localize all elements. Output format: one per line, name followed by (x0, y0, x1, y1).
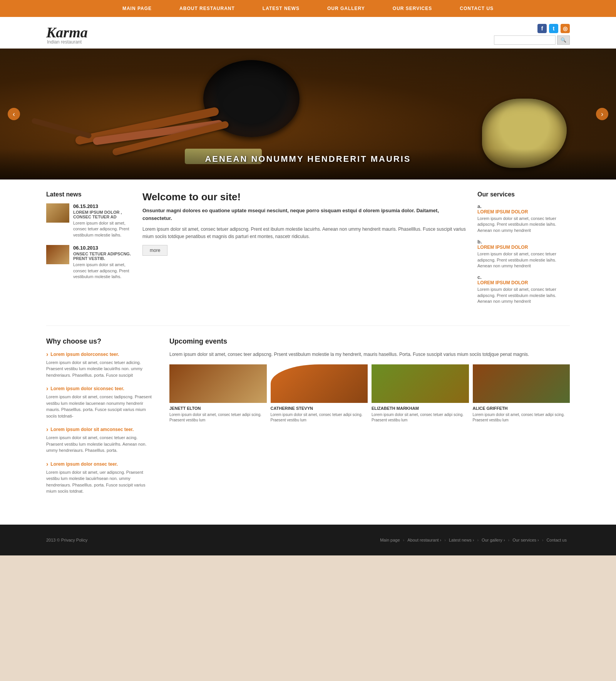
footer-nav: Main page › About restaurant › › Latest … (377, 538, 570, 542)
why-link-4[interactable]: Lorem ipsum dolor onsec teer. (46, 461, 154, 468)
service-text-b: Lorem ipsum dolor sit amet, consec tetue… (477, 251, 570, 269)
news-headline-2: ONSEC TETUER ADIPSCNG. PRENT VESTIB. (73, 252, 131, 261)
services-title: Our services (477, 191, 570, 198)
facebook-icon[interactable]: f (537, 24, 547, 33)
hero-overlay (0, 149, 616, 179)
hero-caption-text: AENEAN NONUMMY HENDRERIT MAURIS (205, 154, 411, 164)
lower-section: Why choose us? Lorem ipsum dolorconsec t… (46, 337, 570, 502)
main-content: Latest news 06.15.2013 LOREM IPSUM DOLOR… (0, 179, 616, 525)
event-text-4: Lorem ipsum dolor sit amet, consec tetue… (473, 412, 570, 423)
news-thumb-1 (46, 203, 69, 223)
event-name-1: JENETT ELTON (169, 406, 267, 411)
events-grid: JENETT ELTON Lorem ipsum dolor sit amet,… (169, 364, 570, 423)
nav-gallery[interactable]: OUR GALLERY (313, 6, 379, 11)
event-card-1: JENETT ELTON Lorem ipsum dolor sit amet,… (169, 364, 267, 423)
event-name-3: ELIZABETH MARKHAM (372, 406, 469, 411)
news-date-2: 06.10.2013 (73, 245, 131, 251)
nav-news[interactable]: LATEST NEWS (249, 6, 313, 11)
service-header-c: c.LOREM IPSUM DOLOR (477, 274, 570, 285)
why-item-4: Lorem ipsum dolor onsec teer. Lorem ipsu… (46, 461, 154, 495)
more-button[interactable]: more (142, 245, 167, 256)
site-footer: 2013 © Privacy Policy Main page › About … (0, 525, 616, 555)
event-card-4: ALICE GRIFFETH Lorem ipsum dolor sit ame… (473, 364, 570, 423)
social-icons: f t ◎ (537, 24, 570, 33)
footer-nav-gallery[interactable]: Our gallery › (479, 538, 508, 542)
event-text-1: Lorem ipsum dolor sit amet, consec tetue… (169, 412, 267, 423)
latest-news-column: Latest news 06.15.2013 LOREM IPSUM DOLOR… (46, 191, 131, 310)
latest-news-title: Latest news (46, 191, 131, 198)
service-item-a: a.LOREM IPSUM DOLOR Lorem ipsum dolor si… (477, 203, 570, 233)
events-lead: Lorem ipsum dolor sit amet, consec teer … (169, 351, 570, 358)
why-item-3: Lorem ipsum dolor sit amconsec teer. Lor… (46, 426, 154, 454)
welcome-lead: Onsuntur magni dolores eo quatione uptat… (142, 207, 466, 222)
service-link-b[interactable]: LOREM IPSUM DOLOR (477, 245, 570, 250)
service-header-b: b.LOREM IPSUM DOLOR (477, 239, 570, 250)
why-item-2: Lorem ipsum dolor siconsec teer. Lorem i… (46, 385, 154, 419)
site-header: Karma Indian restaurant f t ◎ 🔍 (0, 17, 616, 49)
footer-nav-contact[interactable]: Contact us (543, 538, 570, 542)
why-item-1: Lorem ipsum dolorconsec teer. Lorem ipsu… (46, 351, 154, 379)
news-item: 06.10.2013 ONSEC TETUER ADIPSCNG. PRENT … (46, 245, 131, 280)
search-input[interactable] (494, 35, 556, 45)
footer-nav-about[interactable]: About restaurant › (404, 538, 444, 542)
services-column: Our services a.LOREM IPSUM DOLOR Lorem i… (477, 191, 570, 310)
footer-nav-services[interactable]: Our services › (509, 538, 542, 542)
header-right: f t ◎ 🔍 (494, 24, 570, 45)
section-divider (46, 325, 570, 326)
event-card-3: ELIZABETH MARKHAM Lorem ipsum dolor sit … (372, 364, 469, 423)
service-item-c: c.LOREM IPSUM DOLOR Lorem ipsum dolor si… (477, 274, 570, 304)
service-link-a[interactable]: LOREM IPSUM DOLOR (477, 209, 570, 215)
news-item: 06.15.2013 LOREM IPSUM DOLOR , CONSEC TE… (46, 203, 131, 238)
service-letter-b: b. (477, 239, 482, 245)
service-link-c[interactable]: LOREM IPSUM DOLOR (477, 280, 570, 285)
event-text-2: Lorem ipsum dolor sit amet, consec tetue… (271, 412, 368, 423)
event-text-3: Lorem ipsum dolor sit amet, consec tetue… (372, 412, 469, 423)
hero-caption: AENEAN NONUMMY HENDRERIT MAURIS (0, 154, 616, 164)
logo-title: Karma (46, 24, 88, 41)
hero-prev-button[interactable]: ‹ (8, 108, 20, 120)
service-header-a: a.LOREM IPSUM DOLOR (477, 203, 570, 215)
hero-next-button[interactable]: › (596, 108, 608, 120)
three-column-section: Latest news 06.15.2013 LOREM IPSUM DOLOR… (46, 191, 570, 310)
event-card-2: CATHERINE STEVYN Lorem ipsum dolor sit a… (271, 364, 368, 423)
events-title: Upcoming events (169, 337, 570, 346)
nav-about[interactable]: ABOUT RESTAURANT (166, 6, 249, 11)
news-content-2: 06.10.2013 ONSEC TETUER ADIPSCNG. PRENT … (73, 245, 131, 280)
event-image-2 (271, 364, 368, 403)
twitter-icon[interactable]: t (549, 24, 558, 33)
why-link-2[interactable]: Lorem ipsum dolor siconsec teer. (46, 385, 154, 392)
why-link-3[interactable]: Lorem ipsum dolor sit amconsec teer. (46, 426, 154, 433)
nav-services[interactable]: OUR SERVICES (379, 6, 446, 11)
event-name-2: CATHERINE STEVYN (271, 406, 368, 411)
footer-nav-news[interactable]: Latest news › (446, 538, 477, 542)
welcome-body: Lorem ipsum dolor sit amet, consec tetue… (142, 226, 466, 240)
why-text-2: Lorem ipsum dolor sit amet, consec tadip… (46, 394, 154, 419)
why-choose-title: Why choose us? (46, 337, 154, 346)
news-content-1: 06.15.2013 LOREM IPSUM DOLOR , CONSEC TE… (73, 203, 131, 238)
why-choose-column: Why choose us? Lorem ipsum dolorconsec t… (46, 337, 154, 502)
service-item-b: b.LOREM IPSUM DOLOR Lorem ipsum dolor si… (477, 239, 570, 269)
service-letter-c: c. (477, 274, 482, 280)
event-name-4: ALICE GRIFFETH (473, 406, 570, 411)
upcoming-events-column: Upcoming events Lorem ipsum dolor sit am… (169, 337, 570, 502)
welcome-title: Welcome to our site! (142, 191, 466, 203)
welcome-column: Welcome to our site! Onsuntur magni dolo… (142, 191, 466, 310)
footer-copyright: 2013 © Privacy Policy (46, 538, 87, 542)
footer-nav-main[interactable]: Main page (377, 538, 403, 542)
news-date-1: 06.15.2013 (73, 203, 131, 209)
nav-main-page[interactable]: MAIN PAGE (109, 6, 166, 11)
logo-area: Karma Indian restaurant (46, 24, 88, 45)
news-body-1: Lorem ipsum dolor sit amet, consec tetue… (73, 220, 131, 238)
main-nav: MAIN PAGE ABOUT RESTAURANT LATEST NEWS O… (0, 0, 616, 17)
event-image-3 (372, 364, 469, 403)
service-text-c: Lorem ipsum dolor sit amet, consec tetue… (477, 287, 570, 304)
rss-icon[interactable]: ◎ (561, 24, 570, 33)
logo-tagline: Indian restaurant (46, 39, 88, 45)
why-text-3: Lorem ipsum dolor sit amet, consec tetue… (46, 434, 154, 454)
nav-contact[interactable]: CONTACT US (446, 6, 507, 11)
why-link-1[interactable]: Lorem ipsum dolorconsec teer. (46, 351, 154, 358)
search-bar: 🔍 (494, 35, 570, 45)
news-body-2: Lorem ipsum dolor sit amet, consec tetue… (73, 262, 131, 280)
why-text-1: Lorem ipsum dolor sit amet, consec tetue… (46, 359, 154, 379)
search-button[interactable]: 🔍 (557, 35, 570, 45)
